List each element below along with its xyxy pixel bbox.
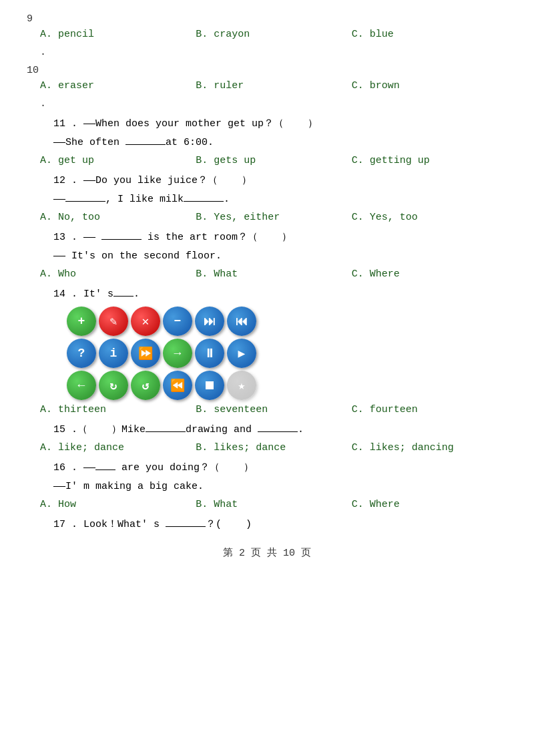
q9-number: 9 xyxy=(27,13,507,25)
blank-12b xyxy=(184,201,224,202)
blank-13 xyxy=(101,239,142,240)
q15-options: A. like; dance B. likes; dance C. likes;… xyxy=(40,442,507,453)
button-grid: + ✎ ✕ − ⏭ ⏮ ? i ⏩ → ⏸ ▶ ← ↻ ↺ ⏪ ⏹ ★ xyxy=(67,307,507,400)
q16-option-b: B. What xyxy=(196,499,351,510)
q12-answer: ——, I like milk. xyxy=(53,192,507,208)
q15-option-a: A. like; dance xyxy=(40,442,196,453)
q12-option-b: B. Yes, either xyxy=(196,212,351,223)
q13-answer: —— It's on the second floor. xyxy=(53,248,507,264)
q12-options: A. No, too B. Yes, either C. Yes, too xyxy=(40,212,507,223)
btn-star[interactable]: ★ xyxy=(227,371,256,400)
q14-option-b: B. seventeen xyxy=(196,404,351,415)
q12-question: 12 . ——Do you like juice？（ ） xyxy=(53,173,507,189)
btn-info[interactable]: i xyxy=(99,339,128,368)
q12-option-c: C. Yes, too xyxy=(352,212,507,223)
question-17: 17 . Look！What' s ？( ) xyxy=(27,517,507,533)
q9-option-b: B. crayon xyxy=(196,29,351,40)
btn-fast-forward[interactable]: ⏭ xyxy=(195,307,224,336)
btn-fast-backward[interactable]: ⏮ xyxy=(227,307,256,336)
blank-11 xyxy=(125,144,166,145)
q9-option-c: C. blue xyxy=(352,29,507,40)
question-12: 12 . ——Do you like juice？（ ） ——, I like … xyxy=(27,173,507,223)
btn-question[interactable]: ? xyxy=(67,339,96,368)
page-footer: 第 2 页 共 10 页 xyxy=(27,546,507,559)
blank-14 xyxy=(113,296,134,297)
q13-option-b: B. What xyxy=(196,268,351,280)
question-13: 13 . —— is the art room？（ ） —— It's on t… xyxy=(27,230,507,280)
blank-15b xyxy=(258,431,298,432)
q11-option-b: B. gets up xyxy=(196,155,351,166)
btn-rewind[interactable]: ⏪ xyxy=(163,371,192,400)
btn-minus[interactable]: − xyxy=(163,307,192,336)
btn-stop[interactable]: ⏹ xyxy=(195,371,224,400)
q13-option-c: C. Where xyxy=(352,268,507,280)
q13-option-a: A. Who xyxy=(40,268,196,280)
button-row-3: ← ↻ ↺ ⏪ ⏹ ★ xyxy=(67,371,507,400)
btn-close[interactable]: ✕ xyxy=(131,307,160,336)
btn-arrow-right[interactable]: → xyxy=(163,339,192,368)
q13-options: A. Who B. What C. Where xyxy=(40,268,507,280)
q15-option-b: B. likes; dance xyxy=(196,442,351,453)
btn-refresh[interactable]: ↻ xyxy=(99,371,128,400)
btn-pencil[interactable]: ✎ xyxy=(99,307,128,336)
blank-15a xyxy=(146,431,186,432)
q10-option-b: B. ruler xyxy=(196,80,351,91)
q15-option-c: C. likes; dancing xyxy=(352,442,507,453)
question-10: 10 A. eraser B. ruler C. brown . xyxy=(27,65,507,110)
q14-option-c: C. fourteen xyxy=(352,404,507,415)
q9-dot: . xyxy=(40,47,507,58)
q16-options: A. How B. What C. Where xyxy=(40,499,507,510)
q10-option-c: C. brown xyxy=(352,80,507,91)
blank-17 xyxy=(166,526,206,527)
btn-plus[interactable]: + xyxy=(67,307,96,336)
btn-arrow-left[interactable]: ← xyxy=(67,371,96,400)
q15-question: 15 .（ ）Mikedrawing and . xyxy=(53,422,507,438)
q11-option-a: A. get up xyxy=(40,155,196,166)
q10-option-a: A. eraser xyxy=(40,80,196,91)
q14-question: 14 . It' s. xyxy=(53,287,507,303)
q10-number: 10 xyxy=(27,65,507,76)
blank-12a xyxy=(65,201,105,202)
q17-question: 17 . Look！What' s ？( ) xyxy=(53,517,507,533)
q14-options: A. thirteen B. seventeen C. fourteen xyxy=(40,404,507,415)
footer-text: 第 2 页 共 10 页 xyxy=(223,548,311,559)
q16-option-a: A. How xyxy=(40,499,196,510)
q10-options: A. eraser B. ruler C. brown xyxy=(40,80,507,91)
q16-question: 16 . —— are you doing？（ ） xyxy=(53,460,507,476)
question-14: 14 . It' s. + ✎ ✕ − ⏭ ⏮ ? i ⏩ → ⏸ ▶ ← ↻ … xyxy=(27,287,507,415)
q9-option-a: A. pencil xyxy=(40,29,196,40)
btn-undo[interactable]: ↺ xyxy=(131,371,160,400)
question-11: 11 . ——When does your mother get up？（ ） … xyxy=(27,116,507,166)
q11-question: 11 . ——When does your mother get up？（ ） xyxy=(53,116,507,132)
btn-play[interactable]: ▶ xyxy=(227,339,256,368)
btn-pause[interactable]: ⏸ xyxy=(195,339,224,368)
q9-options: A. pencil B. crayon C. blue xyxy=(40,29,507,40)
q11-option-c: C. getting up xyxy=(352,155,507,166)
btn-next[interactable]: ⏩ xyxy=(131,339,160,368)
button-row-1: + ✎ ✕ − ⏭ ⏮ xyxy=(67,307,507,336)
question-16: 16 . —— are you doing？（ ） ——I' m making … xyxy=(27,460,507,510)
question-15: 15 .（ ）Mikedrawing and . A. like; dance … xyxy=(27,422,507,453)
q12-option-a: A. No, too xyxy=(40,212,196,223)
q11-options: A. get up B. gets up C. getting up xyxy=(40,155,507,166)
q11-answer: ——She often at 6:00. xyxy=(53,135,507,151)
q16-answer: ——I' m making a big cake. xyxy=(53,479,507,495)
q10-dot: . xyxy=(40,98,507,110)
blank-16 xyxy=(95,469,115,470)
q14-option-a: A. thirteen xyxy=(40,404,196,415)
q13-question: 13 . —— is the art room？（ ） xyxy=(53,230,507,246)
q16-option-c: C. Where xyxy=(352,499,507,510)
question-9: 9 A. pencil B. crayon C. blue . xyxy=(27,13,507,58)
button-row-2: ? i ⏩ → ⏸ ▶ xyxy=(67,339,507,368)
